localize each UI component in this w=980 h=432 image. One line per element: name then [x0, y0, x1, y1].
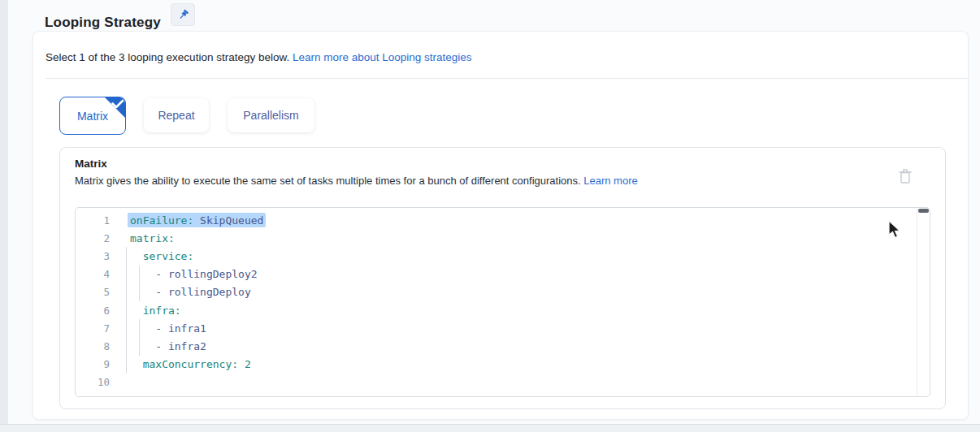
left-gutter-strip: [0, 0, 8, 432]
code-token: maxConcurrency:: [143, 358, 238, 370]
tab-parallelism[interactable]: Parallelism: [228, 98, 314, 132]
scrollbar-thumb[interactable]: [918, 209, 929, 213]
bottom-edge-strip: [0, 424, 980, 432]
code-token: [130, 340, 155, 352]
code-line[interactable]: 7 - infra1: [76, 319, 917, 337]
line-number: 9: [76, 358, 110, 370]
code-token: -: [155, 322, 168, 335]
code-line[interactable]: 3 service:: [76, 247, 917, 265]
code-token: [130, 286, 155, 298]
line-number: 5: [76, 286, 110, 298]
tab-repeat-label: Repeat: [158, 109, 194, 122]
code-lines: 1onFailure: SkipQueued2matrix:3 service:…: [76, 211, 917, 391]
code-token: 2: [245, 358, 251, 370]
looping-strategy-card: Select 1 of the 3 looping execution stra…: [33, 31, 969, 420]
indent-guide: [126, 266, 127, 283]
indent-guide: [126, 319, 127, 337]
pushpin-icon: [177, 9, 189, 21]
code-token: service:: [143, 250, 194, 262]
code-line[interactable]: 9 maxConcurrency: 2: [76, 356, 917, 374]
code-token: [238, 358, 245, 370]
indent-guide: [139, 337, 140, 355]
check-icon: [102, 97, 126, 121]
learn-more-link[interactable]: Learn more: [583, 175, 637, 187]
yaml-editor[interactable]: 1onFailure: SkipQueued2matrix:3 service:…: [75, 207, 930, 397]
code-token: -: [155, 268, 168, 280]
tab-parallelism-label: Parallelism: [243, 109, 298, 122]
code-token: [193, 214, 200, 227]
code-token: [130, 250, 143, 262]
line-number: 7: [76, 322, 110, 335]
code-line[interactable]: 8 - infra2: [76, 337, 917, 355]
page-title: Looping Strategy: [45, 15, 161, 31]
code-line[interactable]: 10: [76, 374, 917, 391]
indent-guide: [139, 266, 140, 283]
indent-guide: [126, 337, 127, 355]
code-token: SkipQueued: [200, 214, 263, 227]
intro-sentence: Select 1 of the 3 looping execution stra…: [46, 51, 293, 63]
indent-guide: [126, 247, 127, 265]
indent-guide: [126, 283, 127, 301]
panel-title: Matrix: [75, 158, 107, 170]
line-number: 4: [76, 268, 110, 280]
pin-button[interactable]: [171, 3, 195, 26]
code-text: - infra2: [130, 337, 206, 355]
indent-guide: [139, 283, 140, 301]
code-text: - infra1: [130, 319, 206, 337]
matrix-panel: Matrix Matrix gives the ability to execu…: [59, 147, 946, 409]
line-number: 8: [76, 340, 110, 352]
header-divider: [46, 78, 968, 79]
code-token: rollingDeploy: [168, 286, 251, 298]
code-token: [130, 268, 155, 280]
strategy-tabs: Matrix Repeat Parallelism: [59, 97, 314, 135]
selected-text-highlight: onFailure: SkipQueued: [128, 213, 266, 227]
code-text: - rollingDeploy: [130, 283, 251, 301]
code-token: matrix:: [130, 232, 175, 244]
code-line[interactable]: 1onFailure: SkipQueued: [76, 211, 917, 229]
scrollbar-track: [917, 208, 917, 396]
panel-description-text: Matrix gives the ability to execute the …: [75, 175, 583, 187]
code-line[interactable]: 5 - rollingDeploy: [76, 283, 917, 301]
line-number: 10: [76, 376, 110, 388]
code-token: rollingDeploy2: [168, 268, 258, 280]
code-text: onFailure: SkipQueued: [130, 211, 266, 229]
code-token: infra1: [168, 322, 206, 335]
code-token: -: [155, 286, 168, 298]
code-token: infra2: [168, 340, 206, 352]
indent-guide: [126, 301, 127, 319]
code-token: [130, 322, 155, 335]
code-token: infra:: [143, 305, 181, 317]
code-token: [130, 305, 143, 317]
learn-more-strategies-link[interactable]: Learn more about Looping strategies: [293, 51, 472, 63]
line-number: 2: [76, 232, 110, 244]
panel-description: Matrix gives the ability to execute the …: [75, 175, 638, 187]
intro-text: Select 1 of the 3 looping execution stra…: [46, 51, 472, 63]
code-line[interactable]: 6 infra:: [76, 301, 917, 319]
tab-matrix[interactable]: Matrix: [59, 97, 126, 135]
code-text: service:: [130, 247, 193, 265]
tab-repeat[interactable]: Repeat: [144, 98, 209, 132]
indent-guide: [126, 356, 127, 374]
indent-guide: [139, 319, 140, 337]
line-number: 6: [76, 305, 110, 317]
code-token: -: [155, 340, 168, 352]
code-line[interactable]: 2matrix:: [76, 229, 917, 247]
trash-icon: [898, 168, 914, 184]
line-number: 1: [76, 214, 110, 227]
code-token: [130, 358, 143, 370]
line-number: 3: [76, 250, 110, 262]
code-text: infra:: [130, 301, 181, 319]
code-token: onFailure:: [130, 214, 193, 227]
code-text: maxConcurrency: 2: [130, 356, 251, 374]
code-text: matrix:: [130, 229, 175, 247]
delete-strategy-button[interactable]: [898, 167, 914, 185]
code-text: - rollingDeploy2: [130, 266, 258, 283]
code-line[interactable]: 4 - rollingDeploy2: [76, 266, 917, 283]
